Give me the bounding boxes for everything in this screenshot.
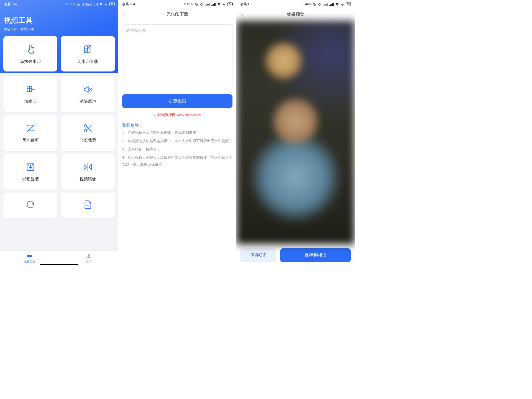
svg-text:MD5: MD5 [86,204,90,207]
chevron-left-icon [122,12,126,17]
page-title: 视频工具 [0,8,118,26]
hd-icon: HD [86,3,91,6]
preview-image [236,21,355,244]
battery-icon: 34 [227,2,232,6]
status-time: 凌晨3:54 [122,2,135,6]
hd-icon: HD [323,3,328,6]
speaker-mute-icon [83,85,93,94]
scissors-icon [83,123,93,133]
nav-label: 我的 [86,260,92,264]
refresh-icon [25,200,35,209]
stamp-plus-icon [25,85,35,94]
guide-item: 3、支持抖音、快手等； [122,146,233,153]
video-camera-icon [27,253,33,259]
back-button[interactable] [122,8,126,21]
tool-mute-audio[interactable]: 消除原声 [61,76,115,112]
home-indicator [40,264,78,265]
svg-point-7 [88,254,89,256]
guide-item: 2、将视频链接粘贴到输入框中，点击去水印即可解析出无水印视频； [122,138,233,144]
tool-crop-size[interactable]: 尺寸裁剪 [3,115,57,151]
status-time: 凌晨3:55 [240,2,253,6]
hd-icon: HD [205,3,210,6]
alarm-icon [318,2,321,6]
alarm-icon [81,2,85,6]
save-gif-button[interactable]: 保存GIF [240,248,276,262]
page-header: 无水印下载 [118,8,237,21]
status-speed: 0.2K/s [184,2,193,6]
link-input[interactable] [122,24,233,88]
extract-button[interactable]: 立即提取 [122,94,233,108]
wifi-icon [335,2,339,6]
wifi2-icon [222,2,226,6]
signal-icon [329,3,334,6]
wifi2-icon [341,2,344,6]
file-md5-icon: MD5 [83,200,93,209]
svg-point-0 [82,3,85,6]
tool-label: 视频压缩 [22,177,39,182]
wifi2-icon [104,2,108,6]
guide-item: 1、在短视频平台点击分享按钮，选择复制链接； [122,129,233,136]
tool-md5[interactable]: MD5 [61,193,115,218]
svg-point-8 [201,3,203,6]
tool-smear-remove-watermark[interactable]: 涂抹去水印 [3,36,57,71]
tool-label: 时长裁剪 [80,138,96,143]
wifi-icon [99,2,103,6]
tool-no-watermark-download[interactable]: 无水印下载 [61,36,115,71]
tool-label: 加水印 [24,99,37,104]
moon-icon [76,2,80,6]
guide-item: 4、如果视频大小较大，建议在结果页面选择复制链接，然后粘贴到浏览器下载，避免出现… [122,154,233,168]
crop-icon [25,123,35,133]
save-album-button[interactable]: 保存到相册 [280,248,351,262]
tool-label: 无水印下载 [77,59,98,64]
stamp-slash-icon [82,44,93,55]
status-bar: 凌晨3:54 0.2K/s HD 34 [118,0,237,8]
tool-label: 视频镜像 [80,177,96,182]
tool-video-compress[interactable]: 视频压缩 [3,154,57,190]
page-header: 效果预览 [236,8,355,21]
status-time: 凌晨3:54 [4,2,17,6]
signal-icon [211,3,216,6]
finger-tap-icon [25,44,36,55]
nav-label: 视频工具 [24,260,36,264]
status-bar: 凌晨3:54 17.0K/s HD [0,0,118,8]
svg-point-9 [319,3,321,6]
moon-icon [313,2,316,6]
tool-label: 涂抹去水印 [20,59,41,64]
watermark-text: 小妖精资源网 www.xyjzy.com [122,112,233,117]
nav-video-tools[interactable]: 视频工具 [0,253,59,264]
battery-icon: 33 [346,2,351,6]
person-icon [86,253,92,259]
status-bar: 凌晨3:55 6.4K/s HD 33 [236,0,355,8]
page-title: 无水印下载 [166,12,188,17]
moon-icon [195,2,198,6]
page-subtitle: 高效生产，事半功倍 [0,26,118,36]
tool-label: 消除原声 [80,99,96,104]
battery-icon: 34 [109,2,114,6]
back-button[interactable] [240,8,244,21]
nav-mine[interactable]: 我的 [59,253,118,264]
status-speed: 6.4K/s [303,2,312,6]
tool-label: 尺寸裁剪 [22,138,39,143]
status-speed: 17.0K/s [64,2,75,6]
tool-add-watermark[interactable]: 加水印 [3,76,57,112]
guide-title: 教程攻略： [122,122,233,128]
tool-trim-duration[interactable]: 时长裁剪 [61,115,115,151]
tool-gif-convert[interactable] [3,193,57,218]
wifi-icon [217,2,221,6]
alarm-icon [200,2,203,6]
page-title: 效果预览 [287,12,305,17]
chevron-left-icon [240,12,244,17]
mirror-icon [83,162,93,172]
signal-icon [93,3,98,6]
download-box-icon [25,162,35,172]
tool-video-mirror[interactable]: 视频镜像 [61,154,115,190]
